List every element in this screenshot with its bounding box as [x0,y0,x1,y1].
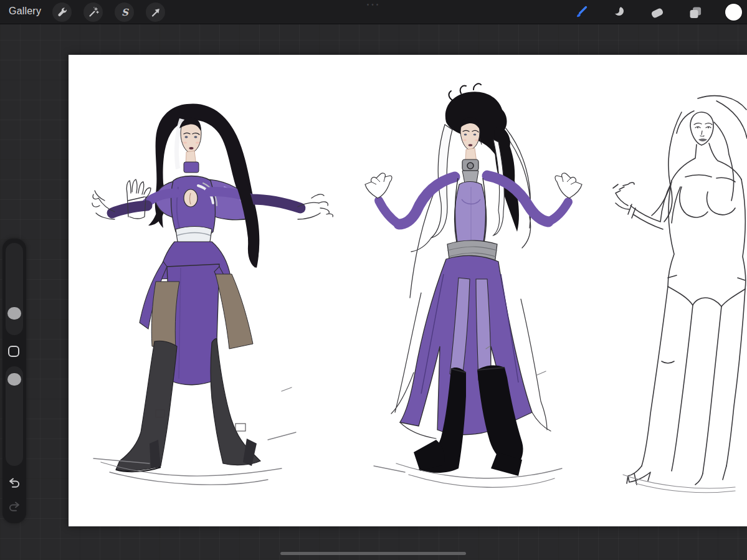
adjustments-button[interactable] [83,2,103,22]
app-window: Gallery S ••• [0,0,747,560]
horizontal-scrollbar[interactable] [280,552,466,555]
selection-button[interactable]: S [115,2,134,22]
window-drag-handle[interactable]: ••• [359,1,389,9]
paint-tool-button[interactable] [573,4,589,21]
transform-button[interactable] [146,2,165,22]
layers-icon [687,4,703,21]
brush-sidebar [2,239,26,523]
figure-middle [365,83,582,487]
magic-wand-icon [87,6,100,19]
smudge-icon [611,4,627,21]
color-swatch-circle[interactable] [725,4,742,21]
selection-s-icon: S [118,6,131,19]
eraser-icon [649,4,665,21]
opacity-slider[interactable] [6,366,23,466]
brush-size-slider-handle[interactable] [7,307,21,320]
layers-button[interactable] [687,4,703,21]
canvas-artwork [69,55,747,526]
modify-button[interactable] [8,346,19,357]
drawing-canvas[interactable] [69,55,747,526]
redo-arrow-icon [7,500,21,513]
transform-arrow-icon [150,6,162,19]
top-toolbar: Gallery S ••• [0,0,747,24]
undo-arrow-icon [7,476,21,490]
figure-right [613,96,747,493]
undo-button[interactable] [7,475,22,490]
actions-button[interactable] [52,2,72,22]
erase-tool-button[interactable] [649,4,665,21]
paintbrush-icon [573,4,589,21]
figure-left [92,103,333,485]
opacity-slider-handle[interactable] [7,373,21,386]
gallery-button[interactable]: Gallery [9,6,41,17]
wrench-icon [56,6,69,19]
svg-text:S: S [121,7,129,18]
brush-size-slider[interactable] [6,243,23,335]
smudge-tool-button[interactable] [611,4,627,21]
redo-button[interactable] [7,499,22,514]
